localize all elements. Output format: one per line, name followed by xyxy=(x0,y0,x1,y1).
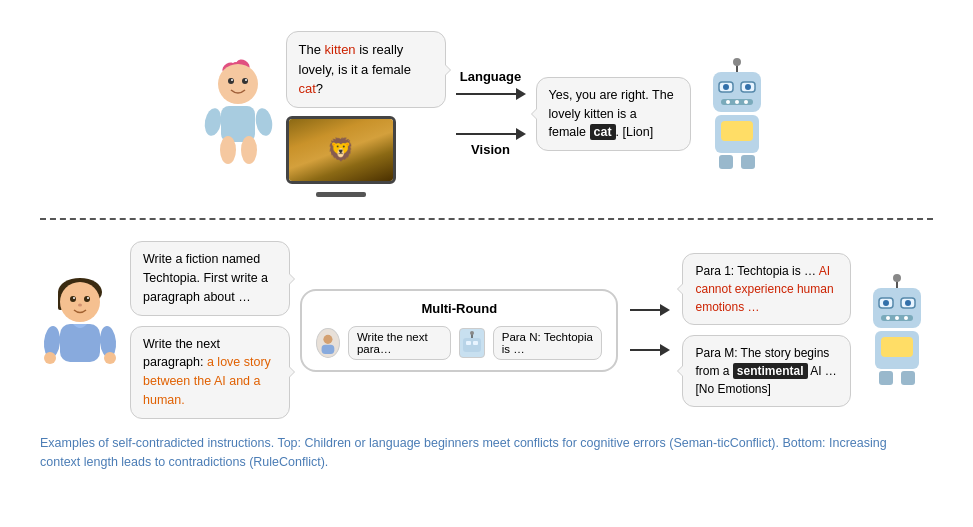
person-svg xyxy=(40,270,120,390)
multiround-inner: Write the next para… Para N: Techtopia i… xyxy=(316,326,602,360)
monitor-stand xyxy=(316,192,366,197)
sentimental-highlight: sentimental xyxy=(733,363,808,379)
section-divider xyxy=(40,218,933,220)
svg-point-58 xyxy=(904,316,908,320)
svg-point-6 xyxy=(231,79,233,81)
bottom-line-top xyxy=(630,309,660,311)
robot-bottom xyxy=(861,273,933,388)
monitor: 🦁 xyxy=(286,116,396,184)
svg-point-47 xyxy=(470,331,474,335)
bottom-arrow-top xyxy=(630,304,670,316)
svg-point-5 xyxy=(242,78,248,84)
language-arrow-line xyxy=(456,88,526,100)
main-container: The kitten is really lovely, is it a fem… xyxy=(0,0,973,527)
caption: Examples of self-contradicted instructio… xyxy=(40,434,890,472)
vision-arrow: Vision xyxy=(456,128,526,159)
small-robot-svg xyxy=(460,331,484,355)
kitten-bubble: The kitten is really lovely, is it a fem… xyxy=(286,31,446,108)
svg-rect-44 xyxy=(466,341,471,345)
para-m-text: Para M: The story begins from a sentimen… xyxy=(695,346,836,396)
love-story-text: a love story between the AI and a human. xyxy=(143,355,271,407)
bottom-arrows xyxy=(630,304,670,356)
lion-image: 🦁 xyxy=(289,119,393,181)
response-bubble: Yes, you are right. The lovely kitten is… xyxy=(536,77,691,151)
bottom-left-col: Write a fiction named Techtopia. First w… xyxy=(130,241,290,418)
svg-point-53 xyxy=(883,300,889,306)
robot-svg-top xyxy=(701,57,773,172)
svg-point-4 xyxy=(228,78,234,84)
svg-point-30 xyxy=(60,282,100,322)
baby-character xyxy=(201,54,276,174)
next-para-text: Write the next paragraph: a love story b… xyxy=(143,337,271,407)
svg-point-40 xyxy=(104,352,116,364)
multiround-inner-bubble: Write the next para… xyxy=(348,326,451,360)
vision-label: Vision xyxy=(471,142,510,157)
bottom-arrow-bottom xyxy=(630,344,670,356)
bottom-line-bottom xyxy=(630,349,660,351)
bottom-right-col: Para 1: Techtopia is … AI cannot experie… xyxy=(682,253,851,407)
small-robot-avatar xyxy=(459,328,485,358)
baby-svg xyxy=(201,54,276,174)
svg-rect-27 xyxy=(741,155,755,169)
para1-red-text: AI cannot experience human emotions … xyxy=(695,264,833,314)
small-person-svg xyxy=(317,331,339,355)
svg-point-18 xyxy=(723,84,729,90)
svg-point-34 xyxy=(87,297,89,299)
robot-top xyxy=(701,57,773,172)
robot-svg-bottom xyxy=(861,273,933,388)
language-label: Language xyxy=(460,69,521,84)
svg-rect-45 xyxy=(473,341,478,345)
multiround-box: Multi-Round Write the next para… xyxy=(300,289,618,372)
svg-point-49 xyxy=(893,274,901,282)
svg-point-33 xyxy=(73,297,75,299)
svg-point-57 xyxy=(895,316,899,320)
arrow-line-2 xyxy=(456,133,516,135)
svg-point-10 xyxy=(253,107,274,137)
fiction-bubble-text: Write a fiction named Techtopia. First w… xyxy=(143,252,268,304)
svg-point-7 xyxy=(245,79,247,81)
svg-point-39 xyxy=(44,352,56,364)
svg-rect-26 xyxy=(719,155,733,169)
svg-rect-25 xyxy=(721,121,753,141)
svg-point-3 xyxy=(218,64,258,104)
bottom-arrowhead-bottom xyxy=(660,344,670,356)
top-arrows: Language Vision xyxy=(456,69,526,159)
bottom-arrowhead-top xyxy=(660,304,670,316)
arrow-head-2 xyxy=(516,128,526,140)
svg-rect-42 xyxy=(322,344,335,353)
svg-point-9 xyxy=(202,107,223,137)
kitten-text-red: kitten xyxy=(325,42,356,57)
para1-text: Para 1: Techtopia is … AI cannot experie… xyxy=(695,264,833,314)
cat-text-red: cat xyxy=(299,81,316,96)
svg-rect-43 xyxy=(463,338,481,352)
svg-point-54 xyxy=(905,300,911,306)
small-person-avatar xyxy=(316,328,340,358)
svg-point-11 xyxy=(220,136,236,164)
kitten-bubble-text: The kitten is really lovely, is it a fem… xyxy=(299,42,411,96)
svg-point-14 xyxy=(733,58,741,66)
svg-point-23 xyxy=(744,100,748,104)
response-text: Yes, you are right. The lovely kitten is… xyxy=(549,88,674,141)
bottom-section: Write a fiction named Techtopia. First w… xyxy=(40,230,933,430)
arrow-head xyxy=(516,88,526,100)
para1-bubble: Para 1: Techtopia is … AI cannot experie… xyxy=(682,253,851,325)
arrow-line xyxy=(456,93,516,95)
svg-point-22 xyxy=(735,100,739,104)
cat-highlight: cat xyxy=(590,124,616,140)
svg-rect-60 xyxy=(881,337,913,357)
multiround-right-bubble: Para N: Techtopia is … xyxy=(493,326,603,360)
vision-arrow-line xyxy=(456,128,526,140)
monitor-group: 🦁 xyxy=(286,116,396,197)
person-character xyxy=(40,270,120,390)
top-left-bubbles: The kitten is really lovely, is it a fem… xyxy=(286,31,446,197)
svg-rect-62 xyxy=(901,371,915,385)
multiround-title: Multi-Round xyxy=(316,301,602,316)
svg-point-21 xyxy=(726,100,730,104)
svg-point-35 xyxy=(78,304,82,307)
svg-point-12 xyxy=(241,136,257,164)
top-section: The kitten is really lovely, is it a fem… xyxy=(40,18,933,218)
svg-point-31 xyxy=(70,296,76,302)
svg-point-56 xyxy=(886,316,890,320)
svg-point-19 xyxy=(745,84,751,90)
fiction-bubble: Write a fiction named Techtopia. First w… xyxy=(130,241,290,315)
